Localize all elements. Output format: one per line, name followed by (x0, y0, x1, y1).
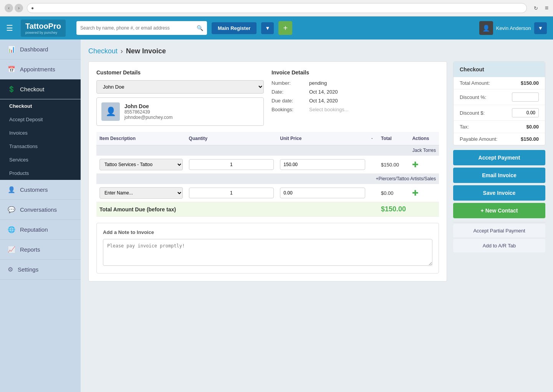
sidebar-item-label: Reputation (20, 226, 48, 233)
piercers-label[interactable]: +Piercers/Tattoo Artists/Sales (96, 174, 439, 184)
payable-value: $150.00 (521, 136, 539, 142)
discount-pct-row: Discount %: (454, 89, 545, 105)
accept-payment-button[interactable]: Accept Payment (453, 150, 545, 165)
back-button[interactable]: ‹ (5, 4, 13, 12)
search-input[interactable] (80, 25, 197, 31)
logo-subtext: powered by punchey (25, 31, 61, 35)
sidebar-item-reputation[interactable]: 🌐 Reputation (0, 220, 81, 240)
item2-qty-input[interactable] (189, 188, 274, 198)
item1-qty-cell (186, 156, 277, 174)
forward-button[interactable]: › (15, 4, 23, 12)
customer-email: johndoe@punchey.com (124, 115, 172, 120)
invoice-header-row: Customer Details John Doe 👤 John Doe 855… (96, 69, 439, 126)
logo: TattooPro powered by punchey (21, 20, 66, 37)
col-description: Item Description (96, 132, 186, 145)
hamburger-icon[interactable]: ☰ (6, 23, 13, 33)
artist-row: Jack Torres (96, 145, 439, 156)
breadcrumb-separator: › (121, 47, 123, 55)
item2-actions-cell: ✚ (409, 184, 439, 202)
discount-dollar-input[interactable] (512, 108, 539, 117)
add-button[interactable]: + (278, 21, 292, 35)
line-items-table: Item Description Quantity Unit Price · T… (96, 132, 439, 217)
sidebar-item-appointments[interactable]: 📅 Appointments (0, 59, 81, 79)
sidebar-item-label: Appointments (20, 66, 55, 72)
accept-partial-button[interactable]: Accept Partial Payment (453, 224, 545, 237)
discount-pct-input[interactable] (512, 92, 539, 102)
email-invoice-button[interactable]: Email Invoice (453, 168, 545, 183)
conversations-icon: 💬 (8, 206, 15, 213)
item1-qty-input[interactable] (189, 159, 274, 170)
submenu-products[interactable]: Products (0, 166, 81, 180)
invoice-number-row: Number: pending (272, 80, 439, 86)
item2-service-select[interactable]: Enter Name... (99, 187, 183, 199)
piercers-row: +Piercers/Tattoo Artists/Sales (96, 174, 439, 184)
submenu-services[interactable]: Services (0, 153, 81, 166)
refresh-icon[interactable]: ↻ (534, 5, 538, 11)
save-invoice-button[interactable]: Save Invoice (453, 185, 545, 201)
note-title: Add a Note to Invoice (103, 229, 432, 235)
settings-icon: ⚙ (8, 266, 13, 273)
note-textarea[interactable] (103, 239, 432, 266)
divider (453, 222, 545, 222)
total-amount-label: Total Amount: (460, 80, 490, 86)
sidebar-item-label: Conversations (20, 206, 57, 213)
reputation-icon: 🌐 (8, 226, 15, 233)
item1-service-select[interactable]: Tattoo Services - Tattoo (99, 159, 183, 170)
sidebar-item-checkout[interactable]: 💲 Checkout (0, 79, 81, 99)
sidebar-item-settings[interactable]: ⚙ Settings (0, 260, 81, 280)
total-row: Total Amount Due (before tax) $150.00 (96, 202, 439, 217)
sidebar-item-dashboard[interactable]: 📊 Dashboard (0, 40, 81, 59)
due-date-value: Oct 14, 2020 (309, 98, 338, 104)
total-label: Total Amount Due (before tax) (96, 202, 378, 217)
submenu-checkout[interactable]: Checkout (0, 99, 81, 113)
tax-label: Tax: (460, 124, 469, 130)
nav-buttons: ‹ › (5, 4, 23, 12)
item1-price-input[interactable] (280, 159, 365, 170)
customer-select[interactable]: John Doe (96, 80, 264, 94)
logo-text: TattooPro (25, 22, 61, 31)
browser-menu-icon[interactable]: ≡ (545, 5, 548, 12)
breadcrumb-current: New Invoice (126, 47, 166, 55)
discount-pct-label: Discount %: (460, 94, 486, 100)
date-label: Date: (272, 89, 306, 95)
search-bar[interactable]: 🔍 (76, 21, 207, 35)
bookings-value[interactable]: Select bookings... (309, 107, 349, 112)
dashboard-icon: 📊 (8, 46, 15, 53)
bookings-label: Bookings: (272, 107, 306, 112)
invoice-sidebar: Checkout Total Amount: $150.00 Discount … (453, 61, 545, 282)
sidebar-item-customers[interactable]: 👤 Customers (0, 180, 81, 200)
invoice-main: Customer Details John Doe 👤 John Doe 855… (88, 61, 447, 282)
appointments-icon: 📅 (8, 66, 15, 73)
breadcrumb-link[interactable]: Checkout (88, 47, 118, 55)
top-navigation: ☰ TattooPro powered by punchey 🔍 Main Re… (0, 16, 553, 40)
user-dropdown-button[interactable]: ▼ (534, 22, 547, 34)
browser-chrome: ‹ › ● ↻ ≡ (0, 0, 553, 16)
main-content: Checkout › New Invoice Customer Details … (81, 40, 553, 392)
customer-phone: 8557862439 (124, 109, 172, 115)
add-ar-button[interactable]: Add to A/R Tab (453, 239, 545, 252)
register-button[interactable]: Main Register (212, 22, 257, 34)
submenu-accept-deposit[interactable]: Accept Deposit (0, 113, 81, 126)
checkout-submenu: Checkout Accept Deposit Invoices Transac… (0, 99, 81, 180)
address-bar[interactable]: ● (27, 3, 527, 13)
item2-add-button[interactable]: ✚ (412, 188, 419, 198)
register-dropdown-button[interactable]: ▼ (261, 22, 274, 34)
bookings-row: Bookings: Select bookings... (272, 107, 439, 112)
new-contact-button[interactable]: + New Contact (453, 203, 545, 218)
item2-price-input[interactable] (280, 188, 365, 198)
user-section: 👤 Kevin Anderson ▼ (479, 21, 547, 35)
sidebar-item-label: Customers (20, 186, 48, 193)
submenu-invoices[interactable]: Invoices (0, 126, 81, 140)
register-label: Main Register (218, 25, 250, 31)
sidebar-item-reports[interactable]: 📈 Reports (0, 240, 81, 260)
item1-add-button[interactable]: ✚ (412, 160, 419, 169)
total-amount-row: Total Amount: $150.00 (454, 77, 545, 89)
sidebar-item-conversations[interactable]: 💬 Conversations (0, 200, 81, 220)
customer-name: John Doe (124, 103, 172, 109)
customer-card: 👤 John Doe 8557862439 johndoe@punchey.co… (96, 97, 264, 126)
customer-details-section: Customer Details John Doe 👤 John Doe 855… (96, 69, 264, 126)
sidebar-item-label: Reports (20, 246, 40, 253)
reports-icon: 📈 (8, 246, 15, 253)
submenu-transactions[interactable]: Transactions (0, 140, 81, 153)
item1-total: $150.00 (381, 162, 399, 168)
